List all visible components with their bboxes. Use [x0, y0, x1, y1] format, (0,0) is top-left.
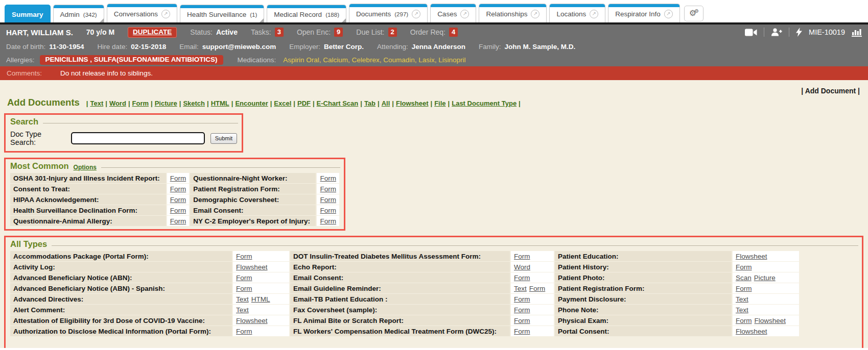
counter-label: Order Req: [410, 28, 445, 36]
doc-link-text[interactable]: Text [236, 295, 249, 303]
type-link-form[interactable]: Form [132, 99, 149, 107]
doc-link-html[interactable]: HTML [251, 295, 270, 303]
doc-link-form[interactable]: Form [320, 185, 336, 193]
type-link-flowsheet[interactable]: Flowsheet [396, 99, 429, 107]
counter-badge[interactable]: 3 [275, 28, 284, 37]
doc-link-form[interactable]: Form [736, 317, 752, 324]
type-link-tab[interactable]: Tab [364, 99, 376, 107]
doc-link-form[interactable]: Form [514, 253, 530, 260]
type-link-all[interactable]: All [382, 99, 390, 107]
tab-cases[interactable]: Cases↗ [430, 4, 476, 22]
type-link-picture[interactable]: Picture [155, 99, 177, 107]
settings-button[interactable]: ⚙⚙ [684, 6, 703, 21]
counter-badge[interactable]: 2 [388, 28, 397, 37]
doc-link-form[interactable]: Form [514, 328, 530, 335]
type-link-text[interactable]: Text [90, 99, 103, 107]
doc-type-links-cell: Form [233, 283, 289, 293]
doc-link-form[interactable]: Form [529, 285, 546, 292]
doc-link-flowsheet[interactable]: Flowsheet [236, 263, 268, 271]
doc-link-text[interactable]: Text [236, 306, 249, 314]
doc-link-flowsheet[interactable]: Flowsheet [236, 317, 268, 324]
tab-body: Medical Record(188) [267, 8, 346, 22]
doc-type-links-cell: Form [167, 205, 190, 215]
separator: | [519, 99, 521, 107]
popout-arrow-icon[interactable]: ↗ [460, 10, 469, 18]
tab-health-surveillance[interactable]: Health Surveillance(1) [180, 5, 264, 22]
doc-link-form[interactable]: Form [170, 217, 186, 225]
doc-link-text[interactable]: Text [736, 306, 748, 314]
type-link-e-chart-scan[interactable]: E-Chart Scan [317, 99, 359, 107]
chart-tab-bar: SummaryAdmin(342)Conversations↗Health Su… [0, 0, 868, 22]
doc-link-form[interactable]: Form [514, 274, 530, 282]
add-document-link[interactable]: | Add Document | [801, 87, 860, 95]
tab-relationships[interactable]: Relationships↗ [479, 4, 547, 22]
type-link-encounter[interactable]: Encounter [235, 99, 268, 107]
counter-badge[interactable]: 9 [334, 28, 343, 37]
doc-link-form[interactable]: Form [236, 253, 252, 260]
doc-link-form[interactable]: Form [736, 263, 752, 271]
counter-badge[interactable]: 4 [449, 28, 458, 37]
type-link-last-document-type[interactable]: Last Document Type [452, 99, 517, 107]
quick-actions-bolt-icon[interactable] [796, 28, 802, 37]
counter-group: Tasks:3Open Enc:9Due List:2Order Req:4 [251, 28, 458, 37]
duplicate-badge[interactable]: DUPLICATE [128, 27, 177, 38]
tab-locations[interactable]: Locations↗ [549, 4, 605, 22]
doc-link-form[interactable]: Form [236, 328, 252, 335]
options-link[interactable]: Options [74, 164, 97, 171]
doc-link-form[interactable]: Form [514, 306, 530, 314]
doc-link-text[interactable]: Text [514, 285, 527, 292]
doc-link-form[interactable]: Form [736, 285, 752, 292]
doc-type-name-cell: Demographic Coversheet: [190, 194, 316, 205]
type-link-html[interactable]: HTML [211, 99, 229, 107]
medications-list[interactable]: Aspirin Oral, Calcium, Celebrex, Coumadi… [283, 56, 465, 64]
doc-type-search-input[interactable] [71, 132, 205, 144]
doc-link-form[interactable]: Form [320, 196, 336, 204]
doc-link-form[interactable]: Form [320, 217, 336, 225]
tab-medical-record[interactable]: Medical Record(188) [267, 5, 346, 22]
doc-link-flowsheet[interactable]: Flowsheet [755, 317, 786, 324]
popout-arrow-icon[interactable]: ↗ [664, 10, 673, 18]
tab-admin[interactable]: Admin(342) [53, 5, 104, 22]
doc-link-form[interactable]: Form [236, 285, 252, 292]
add-documents-title-row: Add Documents |Text|Word|Form|Picture|Sk… [4, 95, 864, 111]
type-link-pdf[interactable]: PDF [297, 99, 311, 107]
video-visit-icon[interactable] [745, 29, 757, 36]
doc-link-form[interactable]: Form [236, 274, 252, 282]
allergy-badge[interactable]: PENICILLINS , SULFA(SULFONAMIDE ANTIBIOT… [40, 55, 223, 65]
popout-arrow-icon[interactable]: ↗ [590, 10, 598, 18]
doc-link-text[interactable]: Text [736, 295, 748, 303]
doc-link-form[interactable]: Form [514, 317, 530, 324]
doc-link-scan[interactable]: Scan [736, 274, 752, 282]
type-link-excel[interactable]: Excel [274, 99, 291, 107]
doc-type-links-cell: Form [511, 294, 554, 304]
demographic-family: Family:John M. Sample, M.D. [479, 43, 575, 51]
popout-arrow-icon[interactable]: ↗ [412, 10, 420, 18]
doc-link-form[interactable]: Form [170, 185, 186, 193]
doc-link-form[interactable]: Form [170, 174, 186, 182]
tab-summary[interactable]: Summary [5, 5, 51, 22]
add-user-icon[interactable] [771, 28, 782, 36]
type-link-sketch[interactable]: Sketch [183, 99, 205, 107]
doc-link-form[interactable]: Form [320, 174, 336, 182]
doc-type-name-cell: Advanced Directives: [10, 294, 232, 304]
submit-button[interactable]: Submit [210, 133, 237, 144]
patient-demographics-row: Date of birth:11-30-1954Hire date:02-15-… [0, 40, 868, 53]
type-link-file[interactable]: File [434, 99, 445, 107]
chart-stats-icon[interactable] [852, 28, 862, 37]
tab-conversations[interactable]: Conversations↗ [107, 4, 177, 22]
doc-link-form[interactable]: Form [170, 196, 186, 204]
doc-link-picture[interactable]: Picture [754, 274, 776, 282]
popout-arrow-icon[interactable]: ↗ [531, 10, 539, 18]
doc-link-flowsheet[interactable]: Flowsheet [736, 328, 767, 335]
doc-link-flowsheet[interactable]: Flowsheet [736, 253, 767, 260]
doc-link-word[interactable]: Word [514, 263, 530, 271]
doc-link-form[interactable]: Form [320, 207, 336, 214]
tab-documents[interactable]: Documents(297)↗ [349, 4, 428, 22]
tab-respirator-info[interactable]: Respirator Info↗ [608, 4, 680, 22]
type-link-word[interactable]: Word [109, 99, 126, 107]
doc-link-form[interactable]: Form [170, 207, 186, 214]
doc-type-name-cell: FL Animal Bite or Scratch Report: [290, 315, 510, 326]
tab-count: (297) [394, 11, 408, 17]
doc-link-form[interactable]: Form [514, 295, 530, 303]
popout-arrow-icon[interactable]: ↗ [161, 10, 170, 18]
